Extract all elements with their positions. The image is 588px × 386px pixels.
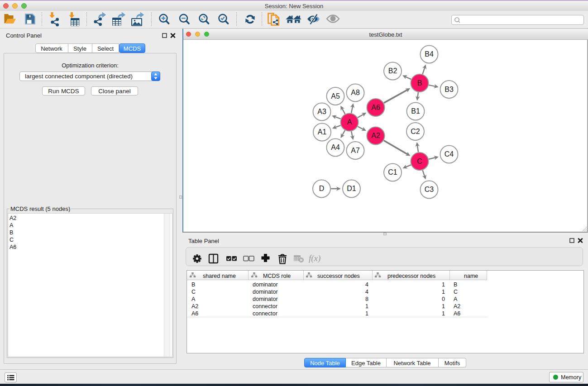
svg-text:C2: C2 <box>411 128 420 135</box>
svg-text:A7: A7 <box>351 147 360 154</box>
svg-text:C: C <box>417 157 422 165</box>
svg-text:C4: C4 <box>445 150 454 158</box>
svg-text:A2: A2 <box>371 132 380 139</box>
svg-text:A3: A3 <box>317 108 326 115</box>
svg-text:D: D <box>319 185 325 192</box>
svg-text:A8: A8 <box>351 89 360 96</box>
svg-text:B3: B3 <box>445 86 454 93</box>
svg-text:D1: D1 <box>347 185 356 192</box>
svg-text:A4: A4 <box>331 143 340 151</box>
svg-text:B2: B2 <box>388 67 397 75</box>
svg-text:B: B <box>417 79 422 87</box>
svg-text:A: A <box>347 118 352 126</box>
svg-text:B1: B1 <box>411 107 420 115</box>
svg-text:A5: A5 <box>331 92 340 100</box>
svg-text:C1: C1 <box>388 168 397 176</box>
svg-text:A6: A6 <box>371 104 380 111</box>
svg-text:C3: C3 <box>425 186 434 193</box>
svg-text:B4: B4 <box>425 50 434 58</box>
svg-text:A1: A1 <box>318 128 327 136</box>
